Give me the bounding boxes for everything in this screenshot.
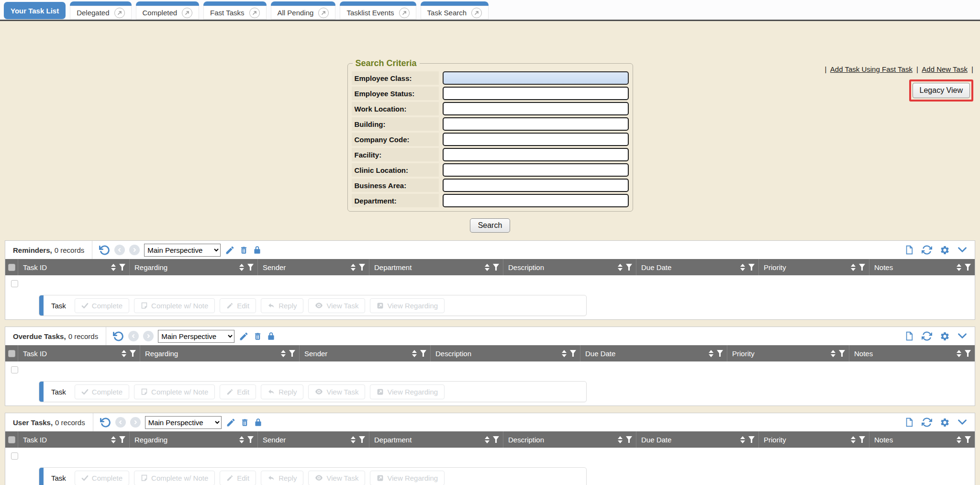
filter-icon[interactable]: [493, 436, 499, 443]
column-header-regarding[interactable]: Regarding: [140, 345, 300, 361]
sort-icon[interactable]: [740, 436, 745, 443]
select-all-checkbox[interactable]: [8, 264, 15, 271]
sort-icon[interactable]: [239, 436, 244, 443]
popout-arrow-icon[interactable]: [471, 8, 482, 18]
edit-perspective-icon[interactable]: [225, 245, 235, 255]
filter-icon[interactable]: [359, 436, 365, 443]
view-regarding-button[interactable]: View Regarding: [370, 471, 445, 485]
sort-icon[interactable]: [740, 264, 745, 271]
filter-icon[interactable]: [717, 350, 723, 357]
prev-page-icon[interactable]: [115, 417, 126, 428]
filter-icon[interactable]: [119, 436, 125, 443]
delete-perspective-icon[interactable]: [239, 245, 248, 255]
tab-completed[interactable]: Completed: [136, 1, 200, 20]
filter-icon[interactable]: [420, 350, 426, 357]
column-header-priority[interactable]: Priority: [759, 431, 869, 448]
tab-your-task-list[interactable]: Your Task List: [4, 2, 66, 19]
column-header-priority[interactable]: Priority: [727, 345, 849, 361]
sort-icon[interactable]: [957, 436, 961, 443]
sort-icon[interactable]: [618, 264, 623, 271]
filter-icon[interactable]: [839, 350, 845, 357]
filter-icon[interactable]: [965, 350, 971, 357]
next-page-icon[interactable]: [130, 417, 141, 428]
department-field[interactable]: [443, 194, 629, 207]
filter-icon[interactable]: [748, 436, 755, 443]
row-checkbox[interactable]: [11, 280, 18, 287]
lock-icon[interactable]: [253, 245, 262, 255]
settings-gear-icon[interactable]: [940, 245, 950, 255]
sort-icon[interactable]: [957, 264, 961, 271]
column-header-regarding[interactable]: Regarding: [130, 431, 258, 448]
edit-button[interactable]: Edit: [220, 384, 256, 399]
reply-button[interactable]: Reply: [261, 471, 303, 485]
sort-icon[interactable]: [111, 264, 116, 271]
lock-icon[interactable]: [254, 417, 263, 428]
work-location-field[interactable]: [443, 102, 629, 115]
sort-icon[interactable]: [111, 436, 116, 443]
view-task-button[interactable]: View Task: [308, 471, 365, 485]
sort-icon[interactable]: [957, 350, 961, 357]
complete-w-note-button[interactable]: Complete w/ Note: [134, 384, 215, 399]
collapse-chevron-icon[interactable]: [958, 333, 967, 339]
new-document-icon[interactable]: [904, 245, 914, 255]
column-header-sender[interactable]: Sender: [258, 431, 369, 448]
complete-w-note-button[interactable]: Complete w/ Note: [134, 298, 215, 313]
view-task-button[interactable]: View Task: [308, 384, 365, 399]
sort-icon[interactable]: [239, 264, 244, 271]
column-header-due-date[interactable]: Due Date: [580, 345, 727, 361]
filter-icon[interactable]: [859, 436, 865, 443]
next-page-icon[interactable]: [129, 245, 140, 255]
view-regarding-button[interactable]: View Regarding: [370, 298, 445, 313]
clinic-location-field[interactable]: [443, 163, 629, 177]
sort-icon[interactable]: [122, 350, 126, 357]
filter-icon[interactable]: [359, 264, 365, 271]
reply-button[interactable]: Reply: [261, 384, 303, 399]
tab-all-pending[interactable]: All Pending: [271, 1, 336, 20]
filter-icon[interactable]: [247, 436, 254, 443]
employee-class-field[interactable]: [443, 71, 629, 85]
edit-perspective-icon[interactable]: [226, 417, 236, 428]
column-header-priority[interactable]: Priority: [759, 259, 869, 275]
next-page-icon[interactable]: [143, 331, 154, 341]
edit-perspective-icon[interactable]: [239, 331, 249, 341]
delete-perspective-icon[interactable]: [240, 417, 249, 428]
filter-icon[interactable]: [965, 264, 971, 271]
reply-button[interactable]: Reply: [261, 298, 303, 313]
popout-arrow-icon[interactable]: [318, 8, 329, 18]
reset-icon[interactable]: [113, 331, 124, 342]
facility-field[interactable]: [443, 148, 629, 161]
reset-icon[interactable]: [99, 245, 110, 256]
edit-button[interactable]: Edit: [220, 298, 256, 313]
column-header-task-id[interactable]: Task ID: [18, 259, 130, 275]
sort-icon[interactable]: [709, 350, 713, 357]
filter-icon[interactable]: [626, 264, 632, 271]
column-header-notes[interactable]: Notes: [849, 345, 975, 361]
collapse-chevron-icon[interactable]: [958, 419, 967, 426]
filter-icon[interactable]: [130, 350, 136, 357]
filter-icon[interactable]: [247, 264, 254, 271]
row-checkbox[interactable]: [11, 452, 18, 460]
business-area-field[interactable]: [443, 179, 629, 192]
perspective-select[interactable]: Main Perspective: [145, 416, 222, 429]
new-document-icon[interactable]: [904, 331, 914, 341]
filter-icon[interactable]: [289, 350, 295, 357]
sort-icon[interactable]: [618, 436, 623, 443]
filter-icon[interactable]: [748, 264, 755, 271]
complete-button[interactable]: Complete: [75, 471, 129, 485]
add-new-task-link[interactable]: Add New Task: [922, 65, 968, 73]
tab-tasklist-events[interactable]: Tasklist Events: [340, 1, 416, 20]
sort-icon[interactable]: [412, 350, 417, 357]
view-task-button[interactable]: View Task: [308, 298, 365, 313]
reset-icon[interactable]: [100, 417, 111, 428]
prev-page-icon[interactable]: [114, 245, 125, 255]
row-checkbox[interactable]: [11, 366, 18, 373]
building-field[interactable]: [443, 117, 629, 131]
add-task-using-fast-task-link[interactable]: Add Task Using Fast Task: [830, 65, 913, 73]
new-document-icon[interactable]: [904, 417, 914, 428]
filter-icon[interactable]: [859, 264, 865, 271]
tab-task-search[interactable]: Task Search: [421, 1, 489, 20]
legacy-view-button[interactable]: Legacy View: [913, 83, 970, 98]
sort-icon[interactable]: [851, 264, 856, 271]
sort-icon[interactable]: [851, 436, 856, 443]
column-header-description[interactable]: Description: [431, 345, 580, 361]
